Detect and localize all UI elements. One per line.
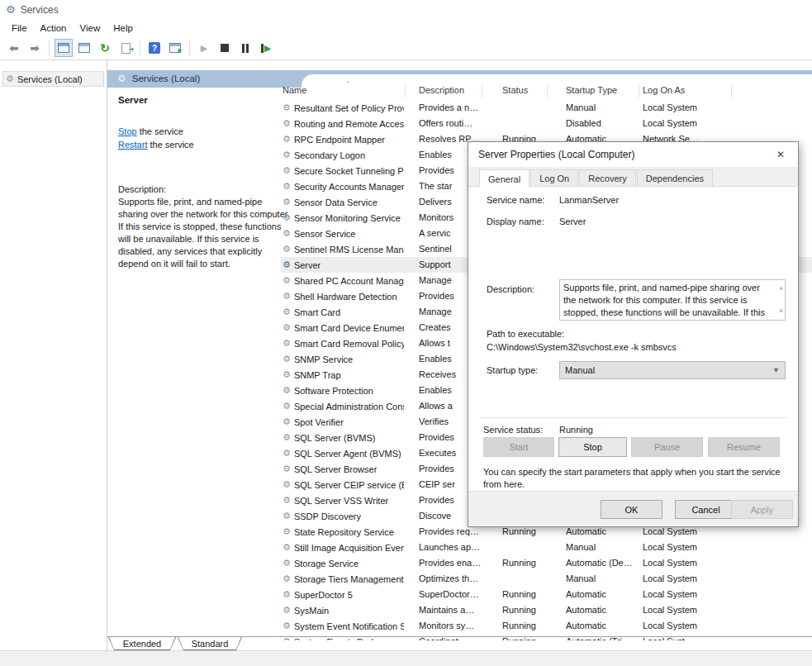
start-parameters-hint: You can specify the start parameters tha…	[483, 466, 781, 491]
restart-service-icon[interactable]: ▶	[257, 39, 275, 57]
stop-link[interactable]: Stop	[118, 126, 137, 136]
column-divider[interactable]	[731, 84, 732, 98]
service-gear-icon: ⚙	[283, 495, 291, 506]
cell-name: ⚙Resultant Set of Policy Provi…	[283, 102, 404, 113]
ok-button[interactable]: OK	[601, 500, 662, 519]
cell-name: ⚙State Repository Service	[283, 526, 404, 537]
cell-name: ⚙Spot Verifier	[283, 416, 404, 427]
show-console-tree-icon[interactable]	[55, 39, 73, 57]
server-properties-dialog: Server Properties (Local Computer) ✕ Gen…	[468, 141, 799, 527]
startup-type-label: Startup type:	[487, 365, 538, 375]
column-divider[interactable]	[639, 84, 639, 98]
description-text: Supports file, print, and named-pipe sha…	[118, 196, 290, 270]
services-gear-icon: ⚙	[6, 74, 14, 84]
menu-item-action[interactable]: Action	[35, 21, 73, 36]
column-divider[interactable]	[482, 84, 482, 98]
cell-name: ⚙SysMain	[283, 605, 404, 616]
cell-name: ⚙Shell Hardware Detection	[283, 291, 404, 302]
cell-name: ⚙Security Accounts Manager	[283, 181, 404, 192]
column-header-startup-type[interactable]: Startup Type	[566, 85, 617, 95]
pause-button[interactable]: Pause	[631, 437, 703, 457]
description-label: Description:	[487, 284, 534, 294]
service-gear-icon: ⚙	[283, 338, 291, 349]
dialog-tab-recovery[interactable]: Recovery	[579, 169, 635, 186]
restart-link-rest: the service	[147, 140, 193, 150]
cell-desc: Provides a n…	[419, 102, 481, 112]
dialog-tab-log-on[interactable]: Log On	[530, 169, 578, 186]
scroll-down-icon[interactable]: ˅	[779, 305, 783, 317]
cell-name: ⚙System Event Notification S…	[283, 621, 404, 631]
service-row[interactable]: ⚙SuperDoctor 5SuperDoctor…RunningAutomat…	[281, 587, 812, 602]
cell-name: ⚙Software Protection	[283, 385, 404, 396]
service-row[interactable]: ⚙Resultant Set of Policy Provi…Provides …	[281, 100, 812, 116]
cell-logon: Local System	[643, 102, 725, 112]
scroll-up-icon[interactable]: ˄	[779, 283, 783, 295]
back-icon[interactable]: ⬅	[5, 39, 23, 57]
tab-standard[interactable]: Standard	[178, 637, 242, 650]
section-divider	[480, 417, 788, 418]
cell-logon: Local System	[643, 605, 725, 615]
cell-name: ⚙Sensor Data Service	[283, 197, 404, 207]
stop-service-icon[interactable]	[216, 39, 234, 57]
forward-icon[interactable]: ➡	[26, 39, 44, 57]
service-row[interactable]: ⚙System Events BrokerCoordinat…RunningAu…	[281, 634, 812, 640]
service-gear-icon: ⚙	[283, 291, 291, 302]
service-row[interactable]: ⚙Storage ServiceProvides ena…RunningAuto…	[281, 555, 812, 571]
service-row[interactable]: ⚙Still Image Acquisition EventsLaunches …	[281, 540, 812, 555]
column-divider[interactable]	[405, 84, 406, 98]
start-service-icon[interactable]: ▶	[195, 39, 213, 57]
pause-service-icon[interactable]	[236, 39, 254, 57]
toolbar-separator	[49, 40, 50, 55]
tab-extended[interactable]: Extended	[108, 637, 176, 650]
cell-status: Running	[502, 605, 546, 615]
menu-item-file[interactable]: File	[6, 21, 33, 36]
menu-item-help[interactable]: Help	[107, 21, 139, 36]
startup-type-dropdown[interactable]: Manual ▼	[559, 361, 786, 379]
apply-button[interactable]: Apply	[731, 500, 793, 519]
properties-window-icon[interactable]: ▸	[166, 39, 184, 57]
service-gear-icon: ⚙	[283, 259, 291, 270]
service-gear-icon: ⚙	[283, 275, 291, 286]
dialog-tab-strip: GeneralLog OnRecoveryDependencies	[468, 167, 798, 187]
cancel-button[interactable]: Cancel	[675, 500, 737, 519]
cell-logon: Local System	[643, 118, 725, 128]
services-gear-icon: ⚙	[117, 73, 126, 84]
tree-item-services-local[interactable]: ⚙ Services (Local)	[2, 71, 104, 87]
service-gear-icon: ⚙	[283, 448, 291, 459]
service-gear-icon: ⚙	[283, 526, 291, 537]
menu-item-view[interactable]: View	[74, 21, 107, 36]
column-header-name[interactable]: Name	[283, 85, 306, 95]
close-icon[interactable]: ✕	[773, 147, 788, 162]
help-icon[interactable]: ?	[145, 39, 164, 57]
column-header-description[interactable]: Description	[419, 85, 464, 95]
description-textbox[interactable]: Supports file, print, and named-pipe sha…	[559, 279, 786, 321]
service-gear-icon: ⚙	[283, 416, 291, 427]
console-tree-panel: ⚙ Services (Local)	[0, 60, 107, 650]
service-row[interactable]: ⚙SysMainMaintains a…RunningAutomaticLoca…	[281, 602, 812, 618]
service-row[interactable]: ⚙Routing and Remote AccessOffers routi…D…	[281, 116, 812, 131]
service-gear-icon: ⚙	[283, 589, 291, 600]
cell-name: ⚙SSDP Discovery	[283, 511, 404, 521]
cell-logon: Local System	[643, 589, 725, 599]
refresh-icon[interactable]: ↻	[96, 39, 114, 57]
service-row[interactable]: ⚙Storage Tiers ManagementOptimizes th…Ma…	[281, 571, 812, 587]
service-row[interactable]: ⚙System Event Notification S…Monitors sy…	[281, 618, 812, 634]
export-list-icon[interactable]	[116, 39, 135, 57]
column-divider[interactable]	[547, 84, 548, 98]
restart-link[interactable]: Restart	[118, 140, 147, 150]
dialog-tab-dependencies[interactable]: Dependencies	[637, 169, 713, 186]
stop-button[interactable]: Stop	[558, 437, 627, 457]
cell-startup: Automatic	[566, 526, 639, 536]
window-icon[interactable]	[75, 39, 93, 57]
cell-desc: Provides req…	[419, 526, 481, 536]
start-button[interactable]: Start	[483, 437, 554, 457]
column-header-status[interactable]: Status	[502, 85, 528, 95]
cell-name: ⚙SQL Server Browser	[283, 464, 404, 474]
dialog-tab-general[interactable]: General	[479, 169, 529, 187]
service-gear-icon: ⚙	[283, 118, 291, 129]
resume-button[interactable]: Resume	[708, 437, 780, 457]
cell-status: Running	[502, 558, 546, 568]
column-header-log-on-as[interactable]: Log On As	[643, 85, 685, 95]
cell-status: Running	[502, 621, 546, 630]
path-to-executable-label: Path to executable:	[487, 329, 564, 339]
